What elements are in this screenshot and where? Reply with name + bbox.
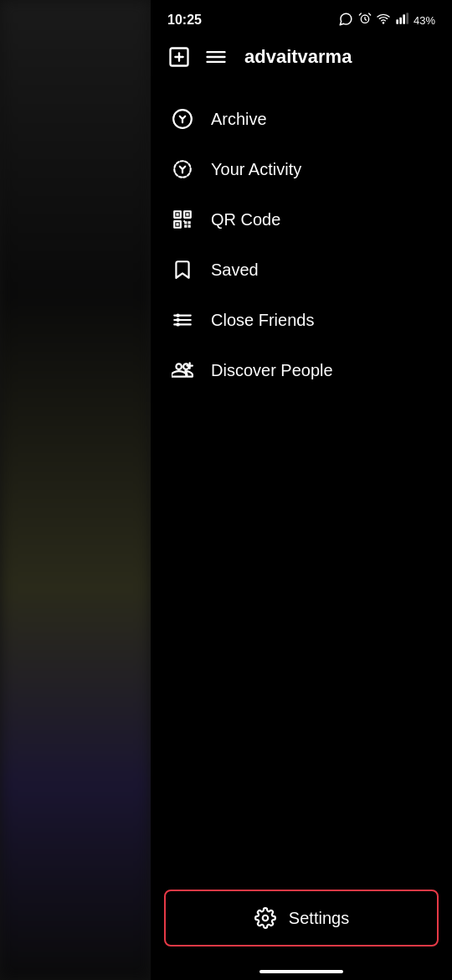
svg-rect-24	[184, 221, 187, 224]
menu-item-close-friends[interactable]: Close Friends	[151, 295, 452, 345]
svg-point-32	[176, 318, 179, 322]
saved-label: Saved	[211, 260, 259, 280]
svg-rect-20	[176, 213, 178, 215]
svg-point-31	[176, 313, 179, 317]
svg-rect-22	[176, 223, 178, 225]
status-icons: 43%	[338, 12, 435, 29]
svg-line-1	[359, 13, 361, 15]
whatsapp-icon	[338, 12, 353, 29]
settings-label: Settings	[289, 909, 349, 928]
signal-icon	[395, 12, 408, 28]
hamburger-menu-button[interactable]	[204, 45, 228, 69]
menu-item-archive[interactable]: Archive	[151, 94, 452, 144]
menu-item-your-activity[interactable]: Your Activity	[151, 144, 452, 194]
battery-indicator: 43%	[413, 14, 435, 27]
archive-label: Archive	[211, 110, 267, 129]
settings-button[interactable]: Settings	[164, 890, 439, 946]
status-time: 10:25	[167, 13, 202, 28]
add-post-button[interactable]	[167, 45, 191, 69]
svg-rect-27	[188, 225, 191, 228]
svg-rect-4	[396, 19, 398, 23]
wifi-icon	[377, 12, 390, 28]
alarm-icon	[358, 12, 372, 28]
close-friends-label: Close Friends	[211, 311, 314, 330]
svg-point-33	[176, 322, 179, 326]
left-panel	[0, 0, 151, 980]
status-bar: 10:25	[151, 0, 452, 37]
svg-rect-26	[184, 225, 187, 228]
qr-icon	[171, 208, 194, 231]
blurred-background	[0, 0, 151, 980]
menu-item-saved[interactable]: Saved	[151, 245, 452, 295]
discover-icon	[171, 358, 194, 382]
svg-rect-21	[186, 213, 188, 215]
home-indicator	[259, 970, 343, 973]
username: advaitvarma	[244, 46, 352, 68]
menu-item-qr-code[interactable]: QR Code	[151, 194, 452, 245]
menu-item-discover-people[interactable]: Discover People	[151, 345, 452, 395]
svg-rect-6	[403, 14, 405, 23]
svg-rect-5	[399, 18, 402, 24]
top-bar: advaitvarma	[151, 37, 452, 77]
menu-panel: 10:25	[151, 0, 452, 980]
activity-label: Your Activity	[211, 160, 301, 179]
saved-icon	[171, 258, 194, 281]
close-friends-icon	[171, 308, 194, 332]
svg-rect-7	[406, 13, 408, 23]
discover-people-label: Discover People	[211, 361, 333, 380]
svg-point-3	[383, 23, 383, 23]
svg-line-2	[369, 13, 371, 15]
archive-icon	[171, 107, 194, 131]
top-bar-icons	[167, 45, 228, 69]
qr-label: QR Code	[211, 210, 280, 230]
svg-rect-25	[188, 221, 191, 224]
svg-point-36	[263, 916, 269, 921]
settings-icon	[254, 906, 277, 930]
activity-icon	[171, 157, 194, 181]
menu-items-list: Archive Your Activity	[151, 77, 452, 890]
